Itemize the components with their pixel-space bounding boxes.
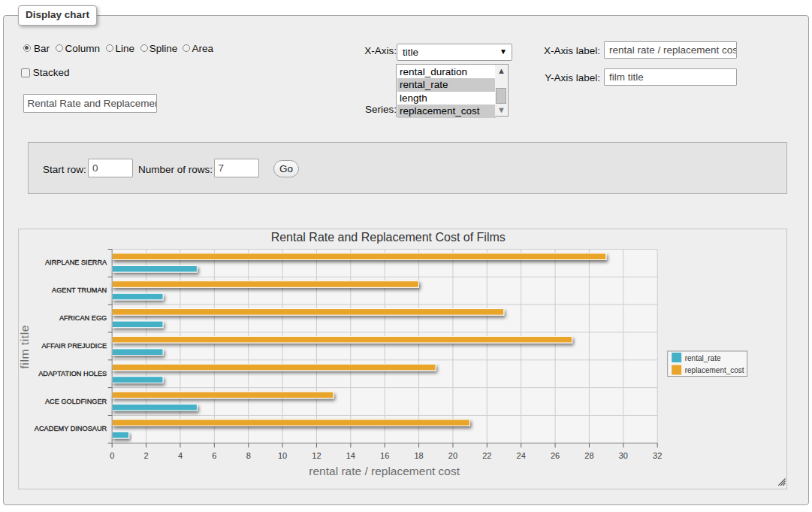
- svg-text:ADAPTATION HOLES: ADAPTATION HOLES: [38, 370, 107, 377]
- svg-text:ACE GOLDFINGER: ACE GOLDFINGER: [45, 398, 107, 405]
- svg-text:28: 28: [585, 451, 594, 460]
- svg-text:30: 30: [619, 451, 628, 460]
- svg-text:22: 22: [483, 451, 492, 460]
- svg-text:AFRICAN EGG: AFRICAN EGG: [59, 314, 107, 322]
- svg-text:0: 0: [110, 451, 114, 460]
- svg-text:rental rate / replacement cost: rental rate / replacement cost: [309, 465, 460, 477]
- svg-text:film title: film title: [19, 325, 31, 369]
- svg-text:32: 32: [653, 451, 662, 460]
- svg-text:20: 20: [448, 451, 457, 460]
- svg-text:14: 14: [346, 451, 355, 460]
- svg-text:replacement_cost: replacement_cost: [685, 366, 744, 374]
- svg-text:8: 8: [246, 451, 251, 460]
- svg-text:Rental Rate and Replacement Co: Rental Rate and Replacement Cost of Film…: [271, 231, 506, 244]
- svg-text:AGENT TRUMAN: AGENT TRUMAN: [52, 286, 107, 294]
- svg-text:6: 6: [213, 451, 217, 460]
- svg-text:16: 16: [380, 451, 389, 460]
- svg-text:12: 12: [312, 451, 321, 460]
- svg-text:18: 18: [415, 451, 424, 460]
- svg-text:AFFAIR PREJUDICE: AFFAIR PREJUDICE: [42, 342, 107, 350]
- svg-text:26: 26: [551, 451, 560, 460]
- svg-text:10: 10: [278, 451, 287, 460]
- svg-text:ACADEMY DINOSAUR: ACADEMY DINOSAUR: [35, 425, 107, 432]
- svg-text:4: 4: [178, 451, 183, 460]
- svg-text:24: 24: [517, 451, 526, 460]
- svg-text:rental_rate: rental_rate: [685, 354, 721, 362]
- svg-text:2: 2: [144, 451, 149, 460]
- svg-text:AIRPLANE SIERRA: AIRPLANE SIERRA: [45, 259, 107, 266]
